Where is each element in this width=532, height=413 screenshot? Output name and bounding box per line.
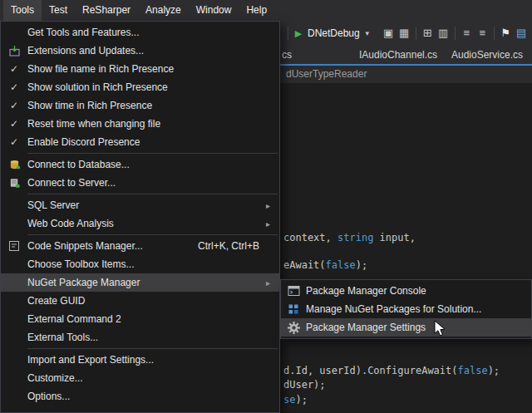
split-panes-icon[interactable]: ▥ [436,21,451,46]
menu-item-customize[interactable]: Customize... [1,369,279,387]
menu-item-connect-to-database[interactable]: Connect to Database... [1,155,279,174]
menu-item-get-tools-and-features[interactable]: Get Tools and Features... [1,23,279,42]
server-icon [8,177,21,189]
menu-item-external-tools[interactable]: External Tools... [1,328,279,347]
console-icon [288,285,300,297]
menu-test[interactable]: Test [42,0,75,21]
tools-menu: Get Tools and Features... Extensions and… [0,21,280,413]
menu-item-sql-server[interactable]: SQL Server ▸ [1,196,279,214]
checkmark-icon: ✓ [10,118,18,130]
visual-studio-window: Tools Test ReSharper Analyze Window Help… [0,0,532,413]
tab-iaudiochannel[interactable]: IAudioChannel.cs [359,46,437,64]
checkmark-icon: ✓ [10,136,18,148]
menu-help[interactable]: Help [239,0,274,21]
menu-item-enable-discord-presence[interactable]: ✓ Enable Discord Presence [1,133,279,151]
mouse-cursor [434,320,446,337]
breadcrumb[interactable]: dUserTypeReader [286,66,367,83]
code-line: context, string input, [283,232,416,243]
menu-item-import-export-settings[interactable]: Import and Export Settings... [1,351,279,369]
code-line: se); [283,394,308,406]
menu-resharper[interactable]: ReSharper [75,0,138,21]
open-icon[interactable]: ⊞ [420,21,436,46]
checkmark-icon: ✓ [10,100,18,111]
code-line: dUser); [283,379,326,391]
menu-item-show-solution[interactable]: ✓ Show solution in Rich Presence [1,78,279,96]
menu-window[interactable]: Window [189,0,239,21]
bookmark-icon[interactable]: ⚑ [498,21,514,46]
submenu-arrow-icon: ▸ [266,201,279,210]
grid-icon[interactable]: ▦ [397,21,412,46]
menu-separator [27,348,278,349]
toolbar-separator [455,27,456,40]
shortcut-label: Ctrl+K, Ctrl+B [198,240,266,252]
submenu-item-manage-nuget-packages[interactable]: Manage NuGet Packages for Solution... [281,300,531,318]
tab-audioservice[interactable]: AudioService.cs [451,46,523,64]
sorted-list-icon[interactable]: ≡ [475,21,490,46]
list-icon[interactable]: ≡ [459,21,475,46]
extensions-icon [8,45,21,57]
submenu-item-package-manager-console[interactable]: Package Manager Console [281,282,531,300]
submenu-item-package-manager-settings[interactable]: Package Manager Settings [281,318,531,337]
toolbar-separator [494,27,495,40]
menu-analyze[interactable]: Analyze [138,0,189,21]
checkmark-icon: ✓ [10,63,18,75]
menu-separator [27,153,278,154]
menu-item-choose-toolbox-items[interactable]: Choose Toolbox Items... [1,255,279,273]
submenu-arrow-icon: ▸ [266,278,279,288]
submenu-arrow-icon: ▸ [266,219,279,229]
menu-item-web-code-analysis[interactable]: Web Code Analysis ▸ [1,214,279,233]
menu-item-nuget-package-manager[interactable]: NuGet Package Manager ▸ [1,273,279,292]
menu-item-code-snippets-manager[interactable]: Code Snippets Manager... Ctrl+K, Ctrl+B [1,237,279,255]
menu-item-create-guid[interactable]: Create GUID [1,292,279,310]
menu-item-show-time[interactable]: ✓ Show time in Rich Presence [1,96,279,115]
chevron-down-icon[interactable]: ▾ [362,21,372,46]
menu-tools[interactable]: Tools [3,0,42,21]
menu-item-external-command-2[interactable]: External Command 2 [1,310,279,328]
debug-target-selector[interactable]: DNetDebug [308,27,360,39]
toolbar-separator [288,27,288,40]
gear-icon [288,322,300,334]
snippets-icon [8,240,20,252]
attach-icon[interactable]: ▣ [381,21,397,46]
code-line: d.Id, userId).ConfigureAwait(false); [283,365,500,376]
menu-item-show-file-name[interactable]: ✓ Show file name in Rich Presence [1,60,279,78]
menu-separator [27,234,278,235]
code-line: eAwait(false); [283,259,367,271]
menu-item-connect-to-server[interactable]: Connect to Server... [1,174,279,192]
database-icon [8,159,21,171]
menu-separator [27,194,278,194]
outline-icon[interactable]: ▤ [514,21,530,46]
toolbar-separator [416,27,416,40]
tab-partial[interactable]: cs [282,46,292,64]
menu-bar: Tools Test ReSharper Analyze Window Help [0,0,532,21]
packages-icon [288,303,299,315]
checkmark-icon: ✓ [10,81,18,93]
menu-item-options[interactable]: Options... [1,387,279,406]
run-icon[interactable]: ▶ [292,21,305,46]
menu-item-extensions-and-updates[interactable]: Extensions and Updates... [1,42,279,60]
nuget-submenu: Package Manager Console Manage NuGet Pac… [280,279,532,339]
menu-item-reset-time[interactable]: ✓ Reset time when changing file [1,115,279,133]
